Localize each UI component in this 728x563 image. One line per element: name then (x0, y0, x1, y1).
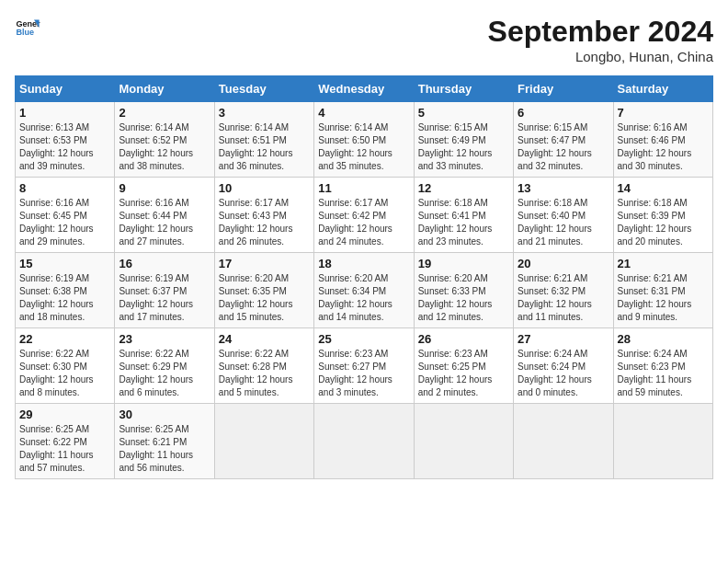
day-number: 1 (19, 106, 110, 120)
day-info: Sunrise: 6:18 AMSunset: 6:40 PMDaylight:… (518, 197, 609, 248)
day-info: Sunrise: 6:14 AMSunset: 6:51 PMDaylight:… (219, 121, 310, 173)
day-number: 6 (518, 106, 609, 120)
calendar-cell: 12 Sunrise: 6:18 AMSunset: 6:41 PMDaylig… (414, 178, 513, 253)
day-info: Sunrise: 6:18 AMSunset: 6:41 PMDaylight:… (418, 197, 509, 248)
calendar-week-5: 29 Sunrise: 6:25 AMSunset: 6:22 PMDaylig… (16, 404, 713, 479)
calendar-week-2: 8 Sunrise: 6:16 AMSunset: 6:45 PMDayligh… (16, 178, 713, 253)
day-info: Sunrise: 6:25 AMSunset: 6:21 PMDaylight:… (119, 423, 210, 475)
day-number: 26 (418, 332, 509, 346)
calendar-week-1: 1 Sunrise: 6:13 AMSunset: 6:53 PMDayligh… (16, 102, 713, 178)
title-block: September 2024 Longbo, Hunan, China (488, 15, 713, 64)
calendar-cell (414, 404, 513, 479)
calendar-cell: 6 Sunrise: 6:15 AMSunset: 6:47 PMDayligh… (514, 102, 613, 178)
month-title: September 2024 (488, 15, 713, 49)
day-info: Sunrise: 6:21 AMSunset: 6:31 PMDaylight:… (618, 272, 709, 324)
calendar-cell: 18 Sunrise: 6:20 AMSunset: 6:34 PMDaylig… (314, 253, 414, 328)
calendar-cell: 20 Sunrise: 6:21 AMSunset: 6:32 PMDaylig… (514, 253, 613, 328)
day-info: Sunrise: 6:14 AMSunset: 6:52 PMDaylight:… (119, 121, 210, 173)
day-number: 17 (219, 257, 310, 270)
logo-icon: General Blue (15, 15, 40, 40)
day-info: Sunrise: 6:19 AMSunset: 6:38 PMDaylight:… (19, 272, 110, 324)
day-info: Sunrise: 6:20 AMSunset: 6:35 PMDaylight:… (219, 272, 310, 324)
calendar-cell (214, 404, 313, 479)
calendar-cell (514, 404, 613, 479)
day-number: 3 (219, 106, 310, 120)
logo: General Blue (15, 15, 40, 40)
calendar-cell: 23 Sunrise: 6:22 AMSunset: 6:29 PMDaylig… (115, 328, 214, 404)
day-number: 21 (618, 257, 709, 270)
calendar-cell: 7 Sunrise: 6:16 AMSunset: 6:46 PMDayligh… (613, 102, 712, 178)
calendar-cell: 26 Sunrise: 6:23 AMSunset: 6:25 PMDaylig… (414, 328, 513, 404)
day-header-friday: Friday (514, 76, 613, 102)
day-info: Sunrise: 6:20 AMSunset: 6:33 PMDaylight:… (418, 272, 509, 324)
day-number: 16 (119, 257, 210, 270)
day-info: Sunrise: 6:24 AMSunset: 6:23 PMDaylight:… (618, 348, 709, 399)
calendar-cell (314, 404, 414, 479)
day-header-tuesday: Tuesday (214, 76, 313, 102)
day-info: Sunrise: 6:18 AMSunset: 6:39 PMDaylight:… (618, 197, 709, 248)
calendar-cell: 2 Sunrise: 6:14 AMSunset: 6:52 PMDayligh… (115, 102, 214, 178)
calendar-cell: 11 Sunrise: 6:17 AMSunset: 6:42 PMDaylig… (314, 178, 414, 253)
calendar-cell: 4 Sunrise: 6:14 AMSunset: 6:50 PMDayligh… (314, 102, 414, 178)
calendar-cell: 16 Sunrise: 6:19 AMSunset: 6:37 PMDaylig… (115, 253, 214, 328)
calendar-cell: 8 Sunrise: 6:16 AMSunset: 6:45 PMDayligh… (16, 178, 115, 253)
calendar-cell: 14 Sunrise: 6:18 AMSunset: 6:39 PMDaylig… (613, 178, 712, 253)
day-info: Sunrise: 6:15 AMSunset: 6:49 PMDaylight:… (418, 121, 509, 173)
calendar-week-3: 15 Sunrise: 6:19 AMSunset: 6:38 PMDaylig… (16, 253, 713, 328)
day-number: 11 (318, 181, 409, 195)
day-header-monday: Monday (115, 76, 214, 102)
calendar-cell: 27 Sunrise: 6:24 AMSunset: 6:24 PMDaylig… (514, 328, 613, 404)
day-info: Sunrise: 6:23 AMSunset: 6:25 PMDaylight:… (418, 348, 509, 399)
day-info: Sunrise: 6:23 AMSunset: 6:27 PMDaylight:… (318, 348, 409, 399)
day-number: 5 (418, 106, 509, 120)
day-number: 23 (119, 332, 210, 346)
day-info: Sunrise: 6:19 AMSunset: 6:37 PMDaylight:… (119, 272, 210, 324)
day-header-saturday: Saturday (613, 76, 712, 102)
day-number: 19 (418, 257, 509, 270)
calendar-cell: 9 Sunrise: 6:16 AMSunset: 6:44 PMDayligh… (115, 178, 214, 253)
day-info: Sunrise: 6:16 AMSunset: 6:46 PMDaylight:… (618, 121, 709, 173)
calendar-cell: 28 Sunrise: 6:24 AMSunset: 6:23 PMDaylig… (613, 328, 712, 404)
day-info: Sunrise: 6:15 AMSunset: 6:47 PMDaylight:… (518, 121, 609, 173)
day-number: 22 (19, 332, 110, 346)
day-number: 14 (618, 181, 709, 195)
page-header: General Blue September 2024 Longbo, Huna… (15, 15, 713, 64)
day-info: Sunrise: 6:17 AMSunset: 6:43 PMDaylight:… (219, 197, 310, 248)
day-info: Sunrise: 6:25 AMSunset: 6:22 PMDaylight:… (19, 423, 110, 475)
calendar-cell: 3 Sunrise: 6:14 AMSunset: 6:51 PMDayligh… (214, 102, 313, 178)
day-number: 2 (119, 106, 210, 120)
day-number: 18 (318, 257, 409, 270)
calendar-cell: 13 Sunrise: 6:18 AMSunset: 6:40 PMDaylig… (514, 178, 613, 253)
calendar-cell: 22 Sunrise: 6:22 AMSunset: 6:30 PMDaylig… (16, 328, 115, 404)
calendar-table: SundayMondayTuesdayWednesdayThursdayFrid… (15, 75, 713, 479)
calendar-cell: 21 Sunrise: 6:21 AMSunset: 6:31 PMDaylig… (613, 253, 712, 328)
calendar-cell: 24 Sunrise: 6:22 AMSunset: 6:28 PMDaylig… (214, 328, 313, 404)
day-header-wednesday: Wednesday (314, 76, 414, 102)
calendar-cell: 10 Sunrise: 6:17 AMSunset: 6:43 PMDaylig… (214, 178, 313, 253)
calendar-cell: 5 Sunrise: 6:15 AMSunset: 6:49 PMDayligh… (414, 102, 513, 178)
day-number: 15 (19, 257, 110, 270)
day-number: 8 (19, 181, 110, 195)
day-info: Sunrise: 6:17 AMSunset: 6:42 PMDaylight:… (318, 197, 409, 248)
day-info: Sunrise: 6:21 AMSunset: 6:32 PMDaylight:… (518, 272, 609, 324)
day-number: 25 (318, 332, 409, 346)
day-number: 12 (418, 181, 509, 195)
calendar-cell: 25 Sunrise: 6:23 AMSunset: 6:27 PMDaylig… (314, 328, 414, 404)
calendar-cell: 1 Sunrise: 6:13 AMSunset: 6:53 PMDayligh… (16, 102, 115, 178)
day-number: 20 (518, 257, 609, 270)
day-number: 30 (119, 408, 210, 421)
day-number: 24 (219, 332, 310, 346)
calendar-cell: 29 Sunrise: 6:25 AMSunset: 6:22 PMDaylig… (16, 404, 115, 479)
day-info: Sunrise: 6:24 AMSunset: 6:24 PMDaylight:… (518, 348, 609, 399)
calendar-cell: 17 Sunrise: 6:20 AMSunset: 6:35 PMDaylig… (214, 253, 313, 328)
day-number: 9 (119, 181, 210, 195)
day-info: Sunrise: 6:16 AMSunset: 6:44 PMDaylight:… (119, 197, 210, 248)
location: Longbo, Hunan, China (488, 49, 713, 64)
svg-text:Blue: Blue (16, 28, 34, 37)
day-number: 4 (318, 106, 409, 120)
day-number: 10 (219, 181, 310, 195)
day-header-sunday: Sunday (16, 76, 115, 102)
day-number: 7 (618, 106, 709, 120)
calendar-cell: 19 Sunrise: 6:20 AMSunset: 6:33 PMDaylig… (414, 253, 513, 328)
day-header-thursday: Thursday (414, 76, 513, 102)
